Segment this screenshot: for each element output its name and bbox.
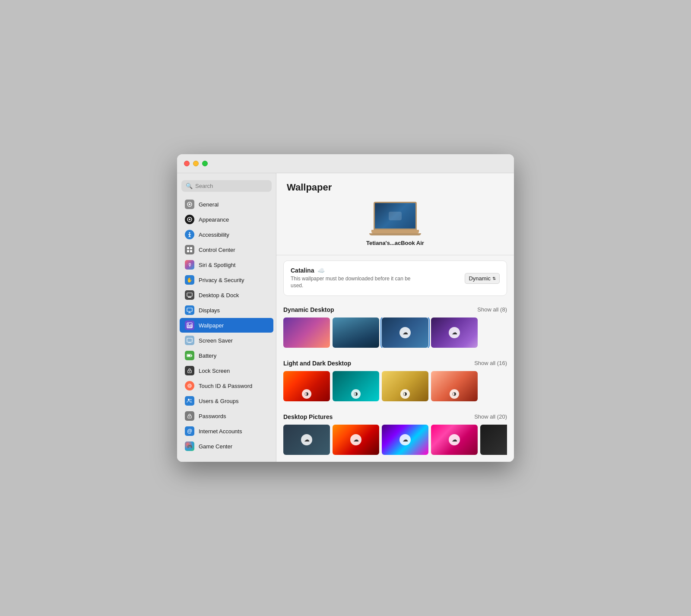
section-header-desktop-pictures: Desktop PicturesShow all (20)	[283, 413, 507, 420]
sidebar-label-battery: Battery	[199, 352, 216, 359]
sidebar-item-desktop-dock[interactable]: Desktop & Dock	[180, 288, 273, 302]
wallpaper-item-dynamic-desktop-1[interactable]	[333, 318, 379, 348]
svg-rect-20	[187, 338, 192, 342]
ld-toggle-icon: ◑	[351, 389, 361, 399]
sidebar-label-lock-screen: Lock Screen	[199, 368, 230, 374]
show-all-desktop-pictures[interactable]: Show all (20)	[474, 413, 507, 420]
laptop-icon	[369, 202, 421, 236]
section-light-dark-desktop: Light and Dark DesktopShow all (16)◑◑◑◑	[276, 355, 514, 401]
download-overlay-icon: ☁	[449, 327, 460, 338]
wallpaper-info-left: Catalina ☁️ This wallpaper must be downl…	[291, 267, 412, 289]
svg-rect-12	[190, 250, 192, 252]
maximize-button[interactable]	[202, 161, 208, 166]
ld-toggle-icon: ◑	[302, 389, 311, 399]
close-button[interactable]	[184, 161, 190, 166]
section-header-dynamic-desktop: Dynamic DesktopShow all (8)	[283, 306, 507, 313]
svg-point-32	[189, 416, 190, 417]
wallpaper-item-dynamic-desktop-0[interactable]	[283, 318, 330, 348]
sidebar-label-screen-saver: Screen Saver	[199, 337, 233, 344]
svg-rect-10	[190, 247, 192, 249]
sidebar-item-battery[interactable]: Battery	[180, 348, 273, 363]
svg-point-3	[189, 219, 190, 220]
game-center-icon: 🎮	[185, 441, 194, 451]
sidebar-item-screen-saver[interactable]: Screen Saver	[180, 333, 273, 348]
sidebar-label-desktop-dock: Desktop & Dock	[199, 292, 239, 298]
sidebar-item-internet-accounts[interactable]: @Internet Accounts	[180, 424, 273, 438]
main-window: 🔍 GeneralAppearanceAccessibilityControl …	[177, 154, 514, 461]
wallpaper-item-light-dark-desktop-2[interactable]: ◑	[382, 371, 428, 401]
svg-rect-14	[188, 297, 191, 298]
sidebar-item-lock-screen[interactable]: Lock Screen	[180, 363, 273, 378]
svg-rect-9	[187, 247, 189, 249]
section-desktop-pictures: Desktop PicturesShow all (20)☁☁☁☁	[276, 408, 514, 455]
show-all-dynamic-desktop[interactable]: Show all (8)	[477, 306, 507, 313]
laptop-base	[371, 230, 419, 233]
search-icon: 🔍	[186, 183, 193, 189]
main-panel: Wallpaper Tetiana's...acBook Air Catalin…	[276, 173, 514, 461]
svg-point-29	[188, 399, 190, 400]
wallpaper-icon	[185, 321, 194, 330]
svg-point-4	[189, 232, 190, 234]
sidebar-label-touch-id: Touch ID & Password	[199, 383, 252, 389]
wallpaper-grid-dynamic-desktop: ☁☁	[283, 318, 507, 348]
sidebar-item-appearance[interactable]: Appearance	[180, 212, 273, 227]
wallpaper-item-desktop-pictures-0[interactable]: ☁	[283, 425, 330, 455]
wallpaper-item-light-dark-desktop-3[interactable]: ◑	[431, 371, 478, 401]
window-content: 🔍 GeneralAppearanceAccessibilityControl …	[177, 173, 514, 461]
wallpaper-item-dynamic-desktop-2[interactable]: ☁	[382, 318, 428, 348]
svg-point-28	[189, 385, 190, 387]
general-icon	[185, 200, 194, 209]
sidebar-item-accessibility[interactable]: Accessibility	[180, 227, 273, 242]
siri-icon: 🎙	[185, 260, 194, 270]
search-input[interactable]	[195, 183, 267, 189]
sidebar-label-users-groups: Users & Groups	[199, 398, 238, 404]
sidebar-item-passwords[interactable]: Passwords	[180, 409, 273, 423]
svg-rect-13	[187, 293, 192, 296]
internet-accounts-icon: @	[185, 426, 194, 436]
sidebar-item-users-groups[interactable]: Users & Groups	[180, 394, 273, 408]
touch-id-icon	[185, 381, 194, 391]
dynamic-mode-select[interactable]: Dynamic ⇅	[465, 273, 500, 284]
download-overlay-icon: ☁	[301, 434, 312, 445]
svg-line-8	[190, 236, 190, 237]
wallpaper-item-desktop-pictures-4[interactable]	[480, 425, 507, 455]
sidebar-item-touch-id[interactable]: Touch ID & Password	[180, 378, 273, 393]
sidebar-item-general[interactable]: General	[180, 197, 273, 212]
wallpaper-item-dynamic-desktop-3[interactable]: ☁	[431, 318, 478, 348]
wallpaper-grid-light-dark-desktop: ◑◑◑◑	[283, 371, 507, 401]
sidebar-item-siri[interactable]: 🎙Siri & Spotlight	[180, 257, 273, 272]
sidebar-item-privacy[interactable]: ✋Privacy & Security	[180, 273, 273, 287]
show-all-light-dark-desktop[interactable]: Show all (16)	[474, 360, 507, 366]
screen-saver-icon	[185, 336, 194, 345]
svg-point-19	[188, 324, 189, 325]
minimize-button[interactable]	[193, 161, 199, 166]
traffic-lights	[184, 161, 208, 166]
sidebar-label-accessibility: Accessibility	[199, 232, 229, 238]
section-dynamic-desktop: Dynamic DesktopShow all (8)☁☁	[276, 301, 514, 348]
sidebar: 🔍 GeneralAppearanceAccessibilityControl …	[177, 173, 276, 461]
wallpaper-item-desktop-pictures-3[interactable]: ☁	[431, 425, 478, 455]
sidebar-label-general: General	[199, 201, 219, 208]
sidebar-item-control-center[interactable]: Control Center	[180, 242, 273, 257]
wallpaper-item-desktop-pictures-1[interactable]: ☁	[333, 425, 379, 455]
section-title-light-dark-desktop: Light and Dark Desktop	[283, 360, 351, 367]
wallpaper-item-light-dark-desktop-0[interactable]: ◑	[283, 371, 330, 401]
wallpaper-item-desktop-pictures-2[interactable]: ☁	[382, 425, 428, 455]
wallpaper-item-light-dark-desktop-1[interactable]: ◑	[333, 371, 379, 401]
svg-rect-23	[191, 355, 192, 356]
sidebar-item-wallpaper[interactable]: Wallpaper	[180, 318, 273, 333]
svg-point-27	[188, 384, 191, 387]
dynamic-mode-label: Dynamic	[469, 275, 491, 282]
appearance-icon	[185, 215, 194, 224]
wallpaper-download-icon[interactable]: ☁️	[317, 267, 325, 274]
laptop-screen	[374, 202, 417, 230]
battery-icon	[185, 351, 194, 360]
download-overlay-icon: ☁	[399, 327, 411, 338]
sidebar-label-appearance: Appearance	[199, 216, 229, 223]
laptop-screen-wallpaper	[389, 212, 402, 220]
sidebar-label-displays: Displays	[199, 307, 220, 314]
sidebar-item-displays[interactable]: Displays	[180, 303, 273, 318]
ld-toggle-icon: ◑	[450, 389, 459, 399]
search-bar[interactable]: 🔍	[181, 180, 272, 192]
sidebar-item-game-center[interactable]: 🎮Game Center	[180, 439, 273, 454]
